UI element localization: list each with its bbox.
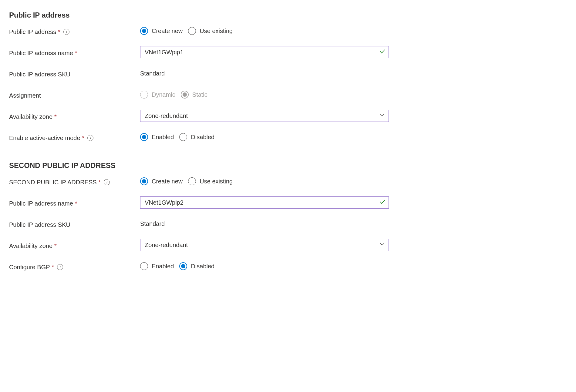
label-text-second-availability-zone: Availability zone: [9, 243, 52, 250]
radio-circle-icon: [179, 133, 187, 141]
radio-circle-icon: [140, 177, 148, 185]
radio-create-new-2[interactable]: Create new: [140, 177, 183, 185]
radio-label-create-new: Create new: [152, 178, 183, 185]
input-wrap-public-ip-name: [140, 46, 389, 58]
radio-label-static: Static: [192, 91, 207, 98]
label-second-public-ip-sku: Public IP address SKU: [9, 219, 140, 228]
required-indicator: *: [75, 200, 77, 207]
section-heading-public-ip: Public IP address: [9, 11, 567, 19]
row-second-availability-zone: Availability zone * Zone-redundant: [9, 239, 567, 251]
required-indicator: *: [58, 28, 60, 35]
label-public-ip-address: Public IP address * i: [9, 27, 140, 35]
radio-use-existing-2[interactable]: Use existing: [188, 177, 233, 185]
row-availability-zone: Availability zone * Zone-redundant: [9, 110, 567, 122]
section-heading-second-public-ip: SECOND PUBLIC IP ADDRESS: [9, 161, 567, 170]
required-indicator: *: [54, 243, 57, 250]
select-availability-zone[interactable]: Zone-redundant: [140, 110, 389, 122]
input-public-ip-name[interactable]: [140, 46, 389, 58]
value-second-public-ip-sku: Standard: [140, 220, 165, 227]
select-value-availability-zone: Zone-redundant: [145, 112, 188, 119]
label-second-availability-zone: Availability zone *: [9, 241, 140, 250]
radio-label-use-existing: Use existing: [200, 178, 233, 185]
chevron-down-icon: [379, 242, 385, 249]
radio-label-disabled: Disabled: [191, 263, 214, 270]
radio-bgp-enabled[interactable]: Enabled: [140, 262, 174, 270]
label-text-public-ip-address: Public IP address: [9, 28, 56, 35]
label-text-second-public-ip-address: SECOND PUBLIC IP ADDRESS: [9, 179, 97, 186]
chevron-down-icon: [379, 112, 385, 119]
radio-create-new[interactable]: Create new: [140, 27, 183, 35]
select-second-availability-zone[interactable]: Zone-redundant: [140, 239, 389, 251]
value-public-ip-sku: Standard: [140, 70, 165, 77]
radio-circle-icon: [188, 177, 196, 185]
label-second-public-ip-name: Public IP address name *: [9, 198, 140, 207]
row-second-public-ip-name: Public IP address name *: [9, 196, 567, 209]
row-public-ip-address: Public IP address * i Create new Use exi…: [9, 25, 567, 37]
radio-label-dynamic: Dynamic: [152, 91, 175, 98]
radio-circle-icon: [140, 27, 148, 35]
required-indicator: *: [99, 179, 101, 186]
label-text-active-active: Enable active-active mode: [9, 135, 80, 142]
row-public-ip-name: Public IP address name *: [9, 46, 567, 58]
select-value-second-availability-zone: Zone-redundant: [145, 242, 188, 249]
label-configure-bgp: Configure BGP * i: [9, 262, 140, 271]
radio-bgp-disabled[interactable]: Disabled: [179, 262, 214, 270]
required-indicator: *: [54, 113, 57, 120]
row-active-active: Enable active-active mode * i Enabled Di…: [9, 131, 567, 143]
radio-dynamic: Dynamic: [140, 91, 175, 99]
radio-aa-enabled[interactable]: Enabled: [140, 133, 174, 141]
label-text-second-public-ip-name: Public IP address name: [9, 200, 73, 207]
radio-label-use-existing: Use existing: [200, 28, 233, 35]
info-icon[interactable]: i: [104, 179, 110, 185]
radio-label-create-new: Create new: [152, 28, 183, 35]
radio-circle-icon: [140, 133, 148, 141]
label-public-ip-name: Public IP address name *: [9, 48, 140, 57]
row-configure-bgp: Configure BGP * i Enabled Disabled: [9, 260, 567, 272]
label-text-second-public-ip-sku: Public IP address SKU: [9, 221, 70, 228]
input-second-public-ip-name[interactable]: [140, 196, 389, 209]
label-text-assignment: Assignment: [9, 92, 41, 99]
radio-label-enabled: Enabled: [152, 134, 174, 141]
radio-group-public-ip: Create new Use existing: [140, 27, 233, 35]
radio-static: Static: [181, 91, 207, 99]
info-icon[interactable]: i: [87, 135, 93, 141]
radio-circle-icon: [140, 91, 148, 99]
required-indicator: *: [82, 135, 85, 142]
label-text-public-ip-sku: Public IP address SKU: [9, 71, 70, 78]
radio-group-configure-bgp: Enabled Disabled: [140, 262, 214, 270]
row-second-public-ip-address: SECOND PUBLIC IP ADDRESS * i Create new …: [9, 175, 567, 187]
info-icon[interactable]: i: [57, 264, 63, 270]
radio-label-disabled: Disabled: [191, 134, 214, 141]
label-active-active: Enable active-active mode * i: [9, 133, 140, 142]
label-text-availability-zone: Availability zone: [9, 113, 52, 120]
radio-circle-icon: [140, 262, 148, 270]
radio-use-existing[interactable]: Use existing: [188, 27, 233, 35]
radio-group-active-active: Enabled Disabled: [140, 133, 214, 141]
required-indicator: *: [52, 264, 54, 271]
radio-group-assignment: Dynamic Static: [140, 91, 207, 99]
label-second-public-ip-address: SECOND PUBLIC IP ADDRESS * i: [9, 177, 140, 186]
required-indicator: *: [75, 50, 77, 57]
row-second-public-ip-sku: Public IP address SKU Standard: [9, 218, 567, 230]
info-icon[interactable]: i: [63, 29, 69, 35]
checkmark-icon: [379, 48, 386, 56]
checkmark-icon: [379, 199, 386, 207]
radio-circle-icon: [188, 27, 196, 35]
input-wrap-second-public-ip-name: [140, 196, 389, 209]
label-availability-zone: Availability zone *: [9, 112, 140, 120]
label-text-configure-bgp: Configure BGP: [9, 264, 50, 271]
row-public-ip-sku: Public IP address SKU Standard: [9, 67, 567, 79]
radio-label-enabled: Enabled: [152, 263, 174, 270]
radio-circle-icon: [181, 91, 189, 99]
label-public-ip-sku: Public IP address SKU: [9, 69, 140, 78]
row-assignment: Assignment Dynamic Static: [9, 89, 567, 101]
radio-aa-disabled[interactable]: Disabled: [179, 133, 214, 141]
radio-group-second-public-ip: Create new Use existing: [140, 177, 233, 185]
label-text-public-ip-name: Public IP address name: [9, 50, 73, 57]
radio-circle-icon: [179, 262, 187, 270]
label-assignment: Assignment: [9, 90, 140, 99]
